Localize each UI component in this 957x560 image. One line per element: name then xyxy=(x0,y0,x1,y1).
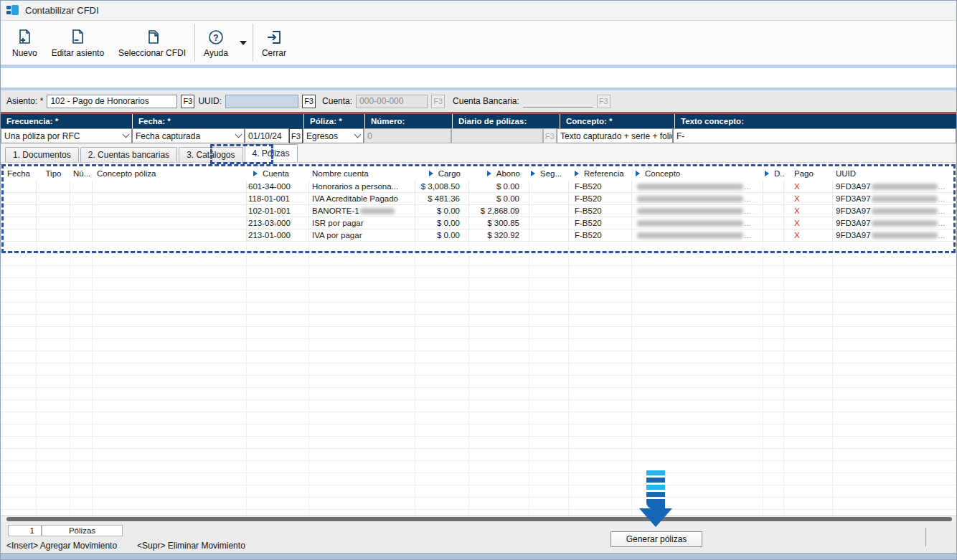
tab-4[interactable]: 4. Pólizas xyxy=(245,144,298,162)
empty-cell xyxy=(632,400,763,412)
column-label: Seg... xyxy=(540,169,562,178)
column-header-concepto[interactable]: Concepto xyxy=(632,169,763,178)
empty-table-row[interactable] xyxy=(1,498,956,510)
empty-table-row[interactable] xyxy=(1,473,956,485)
cell-cpoliza xyxy=(93,217,247,229)
empty-cell xyxy=(70,424,93,437)
empty-table-row[interactable] xyxy=(1,485,956,498)
column-header-nombre[interactable]: Nombre cuenta xyxy=(309,169,415,178)
empty-table-row[interactable] xyxy=(1,254,956,266)
empty-table-row[interactable] xyxy=(1,303,956,315)
empty-table-row[interactable] xyxy=(1,290,956,303)
column-header-abono[interactable]: Abono xyxy=(469,169,529,178)
empty-cell xyxy=(469,485,529,498)
poliza-select[interactable]: Egresos xyxy=(303,128,364,143)
empty-cell xyxy=(632,510,763,516)
empty-cell xyxy=(763,388,784,400)
empty-table-row[interactable] xyxy=(1,376,956,388)
empty-cell xyxy=(1,315,37,327)
empty-table-row[interactable] xyxy=(1,278,956,290)
column-header-cpoliza[interactable]: Concepto póliza xyxy=(93,169,247,178)
table-row[interactable]: 601-34-000Honorarios a persona...$ 3,008… xyxy=(1,181,956,193)
table-row[interactable]: 213-01-000IVA por pagar$ 0.00$ 320.92F-B… xyxy=(1,229,956,242)
fecha-f3-button[interactable]: F3 xyxy=(289,128,303,143)
empty-table-row[interactable] xyxy=(1,388,956,400)
frecuencia-value: Una póliza por RFC xyxy=(4,131,80,141)
empty-cell xyxy=(1,290,37,303)
cuenta-bancaria-input[interactable] xyxy=(523,95,593,108)
seleccionar-cfdi-button[interactable]: Seleccionar CFDI xyxy=(111,21,193,65)
empty-cell xyxy=(309,424,415,437)
tab-1[interactable]: 1. Documentos xyxy=(5,147,79,162)
empty-table-row[interactable] xyxy=(1,327,956,339)
empty-table-row[interactable] xyxy=(1,315,956,327)
empty-cell xyxy=(833,437,956,449)
column-header-cargo[interactable]: Cargo xyxy=(415,169,469,178)
asiento-f3-button[interactable]: F3 xyxy=(181,95,194,108)
empty-cell xyxy=(70,461,93,473)
empty-table-row[interactable] xyxy=(1,266,956,278)
uuid-f3-button[interactable]: F3 xyxy=(302,95,316,108)
cerrar-button[interactable]: Cerrar xyxy=(255,21,293,65)
empty-table-row[interactable] xyxy=(1,364,956,376)
column-header-referencia[interactable]: Referencia xyxy=(569,169,632,178)
empty-table-row[interactable] xyxy=(1,449,956,461)
column-header-num[interactable]: Nú... xyxy=(70,169,93,178)
empty-cell xyxy=(833,315,956,327)
empty-cell xyxy=(93,327,247,339)
uuid-input[interactable] xyxy=(225,95,298,108)
new-document-icon xyxy=(16,28,32,47)
horizontal-scrollbar[interactable] xyxy=(1,516,956,522)
scrollbar-thumb[interactable] xyxy=(6,517,952,521)
empty-cell xyxy=(632,339,763,351)
tab-3[interactable]: 3. Catálogos xyxy=(179,147,242,162)
empty-cell xyxy=(784,364,833,376)
ellipsis: ... xyxy=(938,194,946,203)
empty-cell xyxy=(833,485,956,498)
table-row[interactable]: 213-03-000ISR por pagar$ 0.00$ 300.85F-B… xyxy=(1,217,956,229)
column-header-tipo[interactable]: Tipo xyxy=(37,169,70,178)
empty-cell xyxy=(784,303,833,315)
empty-table-row[interactable] xyxy=(1,242,956,254)
ayuda-button[interactable]: ? Ayuda xyxy=(197,21,235,65)
cell-tipo xyxy=(37,229,70,242)
column-header-fecha[interactable]: Fecha xyxy=(1,169,37,178)
generar-polizas-button[interactable]: Generar pólizas xyxy=(610,531,702,547)
concepto-select[interactable]: Texto capturado + serie + folio xyxy=(557,128,673,143)
empty-cell xyxy=(93,412,247,424)
frecuencia-select[interactable]: Una póliza por RFC xyxy=(1,128,132,143)
column-header-uuid[interactable]: UUID xyxy=(833,169,956,178)
editar-asiento-button[interactable]: Editar asiento xyxy=(44,21,111,65)
empty-cell xyxy=(632,485,763,498)
ayuda-dropdown-button[interactable] xyxy=(235,21,251,65)
texto-concepto-input[interactable]: F- xyxy=(673,128,956,143)
empty-cell xyxy=(37,388,70,400)
asiento-input[interactable]: 102 - Pago de Honorarios xyxy=(47,95,177,108)
empty-table-row[interactable] xyxy=(1,339,956,351)
empty-table-row[interactable] xyxy=(1,510,956,516)
table-row[interactable]: 102-01-001BANORTE-1$ 0.00$ 2,868.09F-B52… xyxy=(1,205,956,217)
nuevo-button[interactable]: Nuevo xyxy=(5,21,44,65)
tab-2[interactable]: 2. Cuentas bancarias xyxy=(80,147,177,162)
table-row[interactable]: 118-01-001IVA Acreditable Pagado$ 481.36… xyxy=(1,193,956,205)
redacted-blur xyxy=(637,196,743,202)
empty-table-row[interactable] xyxy=(1,461,956,473)
empty-table-row[interactable] xyxy=(1,412,956,424)
fecha-date-input[interactable]: 01/10/24 xyxy=(245,128,289,143)
empty-table-row[interactable] xyxy=(1,351,956,364)
fecha-select[interactable]: Fecha capturada xyxy=(132,128,245,143)
empty-cell xyxy=(469,498,529,510)
empty-cell xyxy=(37,400,70,412)
column-header-pago[interactable]: Pago xyxy=(784,169,833,178)
empty-cell xyxy=(415,254,469,266)
empty-cell xyxy=(415,498,469,510)
nombre-cuenta-text: BANORTE-1 xyxy=(312,207,359,215)
column-header-cuenta[interactable]: Cuenta xyxy=(247,169,309,178)
empty-table-row[interactable] xyxy=(1,437,956,449)
empty-table-row[interactable] xyxy=(1,400,956,412)
column-header-d[interactable]: D.. xyxy=(763,169,784,178)
empty-cell xyxy=(529,473,569,485)
empty-table-row[interactable] xyxy=(1,424,956,437)
column-header-seg[interactable]: Seg... xyxy=(529,169,569,178)
ellipsis: ... xyxy=(744,231,751,239)
